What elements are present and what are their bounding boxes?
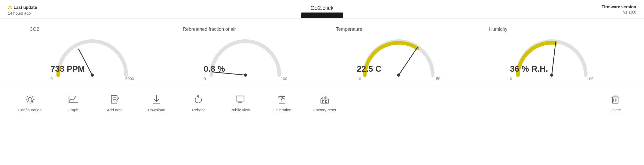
scale-icon: [277, 94, 287, 106]
firmware-section: Firmware version v1.10.0: [602, 5, 636, 14]
svg-point-7: [550, 74, 553, 77]
header-center: Co2.click: [301, 5, 343, 18]
toolbar-public-view-label: Public view: [230, 108, 250, 112]
trash-icon: [610, 94, 620, 106]
gauge-co2-label: CO2: [24, 27, 39, 32]
svg-line-6: [552, 42, 556, 75]
gauges-section: CO2 0 733 PPM 5000 Rebreathed fraction o…: [0, 19, 644, 87]
svg-line-16: [27, 101, 28, 103]
gauge-humidity-value: 36 % R.H.: [510, 64, 548, 74]
toolbar-add-note-label: Add note: [107, 108, 123, 112]
gauge-humidity: Humidity 0 36 % R.H. 100: [484, 27, 620, 82]
gauge-temperature-value: 22.5 C: [357, 64, 381, 74]
download-icon: [152, 94, 161, 106]
svg-rect-38: [321, 99, 329, 103]
svg-rect-43: [326, 101, 327, 102]
svg-point-3: [244, 74, 247, 77]
config-icon: [25, 94, 35, 106]
gauge-temperature-label: Temperature: [331, 27, 362, 32]
gauge-rebreathed-wrapper: 0 0.8 % 100: [204, 35, 287, 82]
last-update-label: Last update: [14, 5, 37, 10]
svg-point-18: [31, 101, 33, 102]
svg-line-13: [27, 96, 28, 97]
svg-line-4: [399, 47, 417, 75]
device-id-bar: [301, 13, 343, 18]
toolbar-factory-reset-label: Factory reset: [313, 108, 336, 112]
toolbar-item-reboot[interactable]: Reboot: [177, 91, 219, 115]
toolbar-item-download[interactable]: Download: [136, 91, 177, 115]
svg-point-1: [91, 74, 94, 77]
svg-line-15: [32, 96, 33, 97]
note-icon: [110, 94, 120, 106]
svg-rect-40: [325, 96, 327, 99]
toolbar-item-calibration[interactable]: Calibration: [261, 91, 303, 115]
factory-icon: [320, 94, 330, 106]
monitor-icon: [235, 94, 245, 106]
gauge-temperature-wrapper: 10 22.5 C 50: [357, 35, 440, 82]
last-update-section: ⚠ Last update 14 hours ago: [8, 5, 37, 15]
gauge-rebreathed-label: Rebreathed fraction of air: [177, 27, 236, 32]
toolbar-item-add-note[interactable]: Add note: [94, 91, 136, 115]
reboot-icon: [193, 94, 203, 106]
gauge-temperature: Temperature 10 22.5 C 50: [331, 27, 467, 82]
firmware-value: v1.10.0: [602, 10, 636, 14]
gauge-humidity-label: Humidity: [484, 27, 507, 32]
firmware-label: Firmware version: [602, 5, 636, 9]
toolbar-calibration-label: Calibration: [272, 108, 291, 112]
last-update-time: 14 hours ago: [8, 11, 37, 15]
gauge-humidity-wrapper: 0 36 % R.H. 100: [510, 35, 594, 82]
toolbar: Configuration Graph Add note: [0, 87, 644, 119]
svg-rect-32: [236, 96, 244, 101]
toolbar-item-delete[interactable]: Delete: [594, 91, 636, 115]
gauge-co2: CO2 0 733 PPM 5000: [24, 27, 160, 82]
graph-icon: [68, 94, 78, 106]
toolbar-graph-label: Graph: [67, 108, 78, 112]
gauge-rebreathed: Rebreathed fraction of air 0 0.8 % 100: [177, 27, 313, 82]
toolbar-configuration-label: Configuration: [18, 108, 42, 112]
gauge-co2-value: 733 PPM: [50, 64, 85, 74]
last-update-title: ⚠ Last update: [8, 5, 37, 10]
toolbar-item-configuration[interactable]: Configuration: [8, 91, 52, 115]
toolbar-item-graph[interactable]: Graph: [52, 91, 94, 115]
warning-icon: ⚠: [8, 5, 12, 10]
header: ⚠ Last update 14 hours ago Co2.click Fir…: [0, 0, 644, 19]
svg-rect-42: [322, 101, 324, 103]
toolbar-reboot-label: Reboot: [192, 108, 205, 112]
svg-point-5: [397, 74, 400, 77]
toolbar-download-label: Download: [148, 108, 165, 112]
svg-line-26: [118, 97, 119, 98]
site-title: Co2.click: [310, 5, 334, 11]
gauge-rebreathed-value: 0.8 %: [204, 64, 225, 74]
toolbar-item-public-view[interactable]: Public view: [219, 91, 261, 115]
toolbar-delete-label: Delete: [610, 108, 621, 112]
toolbar-item-factory-reset[interactable]: Factory reset: [303, 91, 347, 115]
gauge-co2-wrapper: 0 733 PPM 5000: [50, 35, 134, 82]
